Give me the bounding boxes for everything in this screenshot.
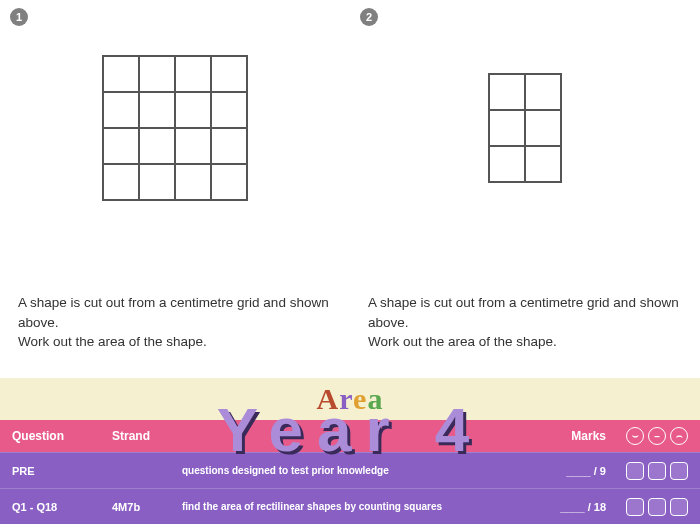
cell-desc: questions designed to test prior knowled… [182, 465, 546, 476]
mark-box[interactable] [648, 498, 666, 516]
question-text-2: A shape is cut out from a centimetre gri… [368, 293, 682, 352]
smile-icon: ⌣ [626, 427, 644, 445]
problems-row: 1 A shape is cut out from a centimetre g… [0, 0, 700, 378]
question-number-badge: 1 [10, 8, 28, 26]
grid-2x3 [488, 73, 562, 183]
grid-4x4 [102, 55, 248, 201]
table-header: Question Strand Marks ⌣ – ⌢ [0, 420, 700, 452]
problem-1: 1 A shape is cut out from a centimetre g… [0, 0, 350, 378]
mark-box[interactable] [626, 498, 644, 516]
mark-box[interactable] [670, 498, 688, 516]
cell-marks: ____ / 18 [546, 501, 616, 513]
frown-icon: ⌢ [670, 427, 688, 445]
cell-marks: ____ / 9 [546, 465, 616, 477]
marks-table: Year 4 Question Strand Marks ⌣ – ⌢ PRE q… [0, 420, 700, 524]
mark-box[interactable] [648, 462, 666, 480]
shape-area-2 [368, 18, 682, 238]
question-text-1: A shape is cut out from a centimetre gri… [18, 293, 332, 352]
cell-question: Q1 - Q18 [12, 501, 112, 513]
problem-2: 2 A shape is cut out from a centimetre g… [350, 0, 700, 378]
cell-question: PRE [12, 465, 112, 477]
neutral-icon: – [648, 427, 666, 445]
mark-box[interactable] [626, 462, 644, 480]
shape-area-1 [18, 18, 332, 238]
table-row: PRE questions designed to test prior kno… [0, 452, 700, 488]
header-marks: Marks [546, 429, 616, 443]
header-faces: ⌣ – ⌢ [616, 427, 688, 445]
mark-box[interactable] [670, 462, 688, 480]
table-row: Q1 - Q18 4M7b find the area of rectiline… [0, 488, 700, 524]
area-title: Area [317, 382, 384, 416]
title-banner: Area [0, 378, 700, 420]
header-strand: Strand [112, 429, 182, 443]
cell-strand: 4M7b [112, 501, 182, 513]
question-number-badge: 2 [360, 8, 378, 26]
cell-desc: find the area of rectilinear shapes by c… [182, 501, 546, 512]
header-question: Question [12, 429, 112, 443]
